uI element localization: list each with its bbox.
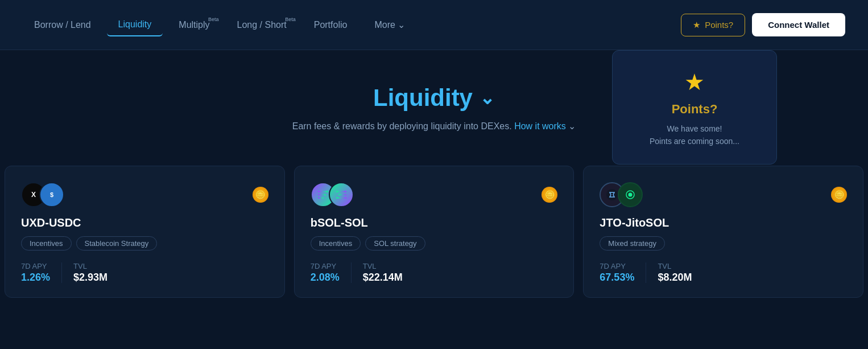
card-uxd-usdc[interactable]: X $ 🪙 UXD-USDC Incentives Stablecoin Str… bbox=[5, 166, 285, 298]
how-it-works-chevron-icon: ⌄ bbox=[568, 121, 576, 131]
star-icon: ★ bbox=[693, 20, 700, 30]
card-stats: 7D APY 1.26% TVL $2.93M bbox=[21, 262, 268, 284]
nav-long-short[interactable]: Long / Short Beta bbox=[226, 14, 298, 36]
svg-point-6 bbox=[606, 189, 618, 200]
connect-wallet-button[interactable]: Connect Wallet bbox=[752, 13, 845, 36]
sol-token-icon bbox=[329, 182, 354, 207]
nav-more[interactable]: More ⌄ bbox=[363, 14, 416, 36]
tvl-stat: TVL $8.20M bbox=[658, 262, 692, 284]
card-header: 🪙 bbox=[311, 182, 558, 207]
card-stats: 7D APY 2.08% TVL $22.14M bbox=[311, 262, 558, 284]
svg-rect-3 bbox=[336, 191, 346, 192]
card-tags: Incentives SOL strategy bbox=[311, 236, 558, 251]
nav-multiply[interactable]: Multiply Beta bbox=[167, 14, 221, 36]
points-label: Points? bbox=[705, 20, 733, 30]
card-bsol-sol[interactable]: 🪙 bSOL-SOL Incentives SOL strategy 7D AP… bbox=[294, 166, 574, 298]
svg-rect-4 bbox=[338, 194, 346, 196]
title-chevron-icon[interactable]: ⌄ bbox=[480, 87, 495, 109]
nav-borrow-lend[interactable]: Borrow / Lend bbox=[23, 14, 102, 36]
card-header: X $ 🪙 bbox=[21, 182, 268, 207]
token-icons: X $ bbox=[21, 182, 64, 207]
card-title: UXD-USDC bbox=[21, 216, 268, 229]
reward-icon: 🪙 bbox=[542, 187, 557, 203]
reward-icon: 🪙 bbox=[253, 187, 268, 203]
svg-rect-2 bbox=[318, 197, 324, 199]
multiply-label: Multiply bbox=[179, 20, 209, 30]
tag-sol-strategy: SOL strategy bbox=[365, 236, 425, 251]
usdc-token-icon: $ bbox=[39, 182, 64, 207]
svg-point-9 bbox=[629, 193, 633, 197]
dropdown-star-icon: ★ bbox=[626, 69, 763, 95]
nav-links: Borrow / Lend Liquidity Multiply Beta Lo… bbox=[23, 14, 416, 36]
cards-row: X $ 🪙 UXD-USDC Incentives Stablecoin Str… bbox=[0, 166, 868, 298]
svg-rect-5 bbox=[336, 197, 346, 199]
card-jto-jitosol[interactable]: 🪙 JTO-JitoSOL Mixed strategy 7D APY 67.5… bbox=[583, 166, 863, 298]
card-title: JTO-JitoSOL bbox=[600, 216, 847, 229]
dropdown-subtitle: We have some! Points are coming soon... bbox=[626, 122, 763, 148]
reward-icon: 🪙 bbox=[831, 187, 847, 203]
nav-portfolio[interactable]: Portfolio bbox=[303, 14, 359, 36]
stat-divider bbox=[61, 262, 62, 283]
card-tags: Mixed strategy bbox=[600, 236, 847, 251]
stat-divider bbox=[351, 262, 352, 283]
token-icons bbox=[600, 182, 643, 207]
dropdown-title: Points? bbox=[626, 102, 763, 117]
card-tags: Incentives Stablecoin Strategy bbox=[21, 236, 268, 251]
card-title: bSOL-SOL bbox=[311, 216, 558, 229]
jitosol-token-icon bbox=[618, 182, 643, 207]
tag-mixed-strategy: Mixed strategy bbox=[600, 236, 665, 251]
card-stats: 7D APY 67.53% TVL $8.20M bbox=[600, 262, 847, 284]
tvl-stat: TVL $2.93M bbox=[73, 262, 108, 284]
tag-incentives: Incentives bbox=[21, 236, 72, 251]
svg-rect-1 bbox=[318, 194, 326, 196]
apy-stat: 7D APY 1.26% bbox=[21, 262, 50, 284]
navbar: Borrow / Lend Liquidity Multiply Beta Lo… bbox=[0, 0, 868, 50]
chevron-down-icon: ⌄ bbox=[398, 19, 405, 30]
tag-incentives: Incentives bbox=[311, 236, 361, 251]
how-it-works-link[interactable]: How it works bbox=[514, 121, 566, 131]
card-header: 🪙 bbox=[600, 182, 847, 207]
tvl-stat: TVL $22.14M bbox=[363, 262, 403, 284]
nav-liquidity[interactable]: Liquidity bbox=[107, 14, 163, 36]
points-dropdown: ★ Points? We have some! Points are comin… bbox=[612, 50, 777, 165]
apy-stat: 7D APY 2.08% bbox=[311, 262, 340, 284]
apy-stat: 7D APY 67.53% bbox=[600, 262, 634, 284]
more-label: More bbox=[374, 20, 395, 30]
long-short-beta: Beta bbox=[285, 17, 296, 22]
token-icons bbox=[311, 182, 354, 207]
svg-rect-0 bbox=[318, 191, 328, 192]
points-button[interactable]: ★ Points? bbox=[681, 14, 745, 36]
nav-right: ★ Points? Connect Wallet bbox=[681, 13, 845, 36]
long-short-label: Long / Short bbox=[237, 20, 287, 30]
tag-stablecoin: Stablecoin Strategy bbox=[76, 236, 158, 251]
stat-divider bbox=[646, 262, 646, 283]
multiply-beta: Beta bbox=[208, 17, 219, 22]
